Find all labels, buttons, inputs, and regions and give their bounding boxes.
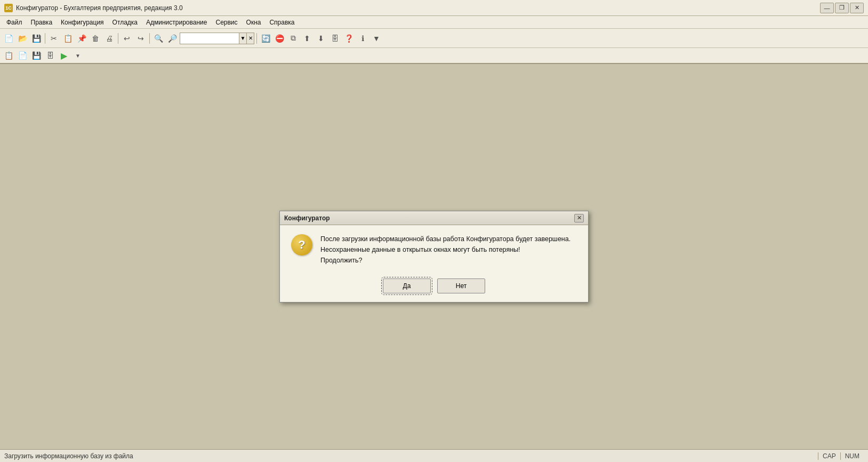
print-button[interactable]: 🖨	[103, 32, 116, 45]
help-btn[interactable]: ❓	[342, 32, 355, 45]
search-clear-button[interactable]: ✕	[246, 33, 254, 44]
tb2-play-btn[interactable]: ▶	[58, 49, 70, 62]
menu-service[interactable]: Сервис	[211, 18, 242, 27]
dialog: Конфигуратор ✕ ? После загрузки информац…	[279, 211, 589, 302]
no-button[interactable]: Нет	[437, 278, 485, 293]
window-controls: — ❐ ✕	[820, 3, 864, 13]
yes-button[interactable]: Да	[383, 278, 431, 293]
redo-button[interactable]: ↪	[134, 32, 147, 45]
undo-button[interactable]: ↩	[120, 32, 133, 45]
num-indicator: NUM	[840, 452, 864, 460]
dialog-message-line2: Несохраненные данные в открытых окнах мо…	[320, 244, 570, 255]
dialog-buttons: Да Нет	[280, 274, 588, 302]
menu-edit[interactable]: Правка	[27, 18, 57, 27]
cap-indicator: CAP	[818, 452, 840, 460]
info-button[interactable]: ℹ	[356, 32, 369, 45]
separator2	[118, 33, 118, 44]
separator3	[149, 33, 150, 44]
compare-button[interactable]: ⧉	[287, 32, 300, 45]
dialog-message-line3: Продолжить?	[320, 255, 570, 266]
status-bar: Загрузить информационную базу из файла C…	[0, 449, 868, 462]
upload-button[interactable]: ⬆	[301, 32, 314, 45]
dialog-close-button[interactable]: ✕	[574, 214, 584, 222]
tb2-btn1[interactable]: 📋	[2, 49, 15, 62]
download-button[interactable]: ⬇	[315, 32, 327, 45]
tb2-btn2[interactable]: 📄	[16, 49, 29, 62]
close-button[interactable]: ✕	[850, 3, 864, 13]
menu-debug[interactable]: Отладка	[108, 18, 142, 27]
dialog-message-line1: После загрузки информационной базы работ…	[320, 234, 570, 244]
paste-button[interactable]: 📌	[75, 32, 88, 45]
menu-windows[interactable]: Окна	[242, 18, 266, 27]
refresh-button[interactable]: 🔄	[259, 32, 272, 45]
open-button[interactable]: 📂	[16, 32, 29, 45]
new-button[interactable]: 📄	[2, 32, 15, 45]
minimize-button[interactable]: —	[820, 3, 834, 13]
dialog-body: ? После загрузки информационной базы раб…	[280, 225, 588, 274]
db-button[interactable]: 🗄	[328, 32, 341, 45]
main-area: Конфигуратор ✕ ? После загрузки информац…	[0, 64, 868, 449]
copy-button[interactable]: 📋	[61, 32, 74, 45]
separator1	[45, 33, 45, 44]
find-next-button[interactable]: 🔎	[166, 32, 179, 45]
question-icon: ?	[291, 234, 312, 256]
more-button[interactable]: ▼	[370, 32, 383, 45]
search-input[interactable]	[180, 33, 239, 44]
dialog-overlay: Конфигуратор ✕ ? После загрузки информац…	[0, 64, 868, 449]
tb2-play-dropdown[interactable]: ▼	[71, 49, 84, 62]
dialog-title: Конфигуратор	[284, 214, 574, 222]
dialog-message: После загрузки информационной базы работ…	[320, 234, 570, 266]
menu-help[interactable]: Справка	[265, 18, 299, 27]
menu-bar: Файл Правка Конфигурация Отладка Админис…	[0, 16, 868, 29]
search-dropdown-button[interactable]: ▼	[239, 33, 246, 44]
menu-file[interactable]: Файл	[2, 18, 27, 27]
dialog-title-bar: Конфигуратор ✕	[280, 211, 588, 225]
cut-button[interactable]: ✂	[47, 32, 60, 45]
title-bar: 1С Конфигуратор - Бухгалтерия предприяти…	[0, 0, 868, 16]
menu-configuration[interactable]: Конфигурация	[57, 18, 108, 27]
app-icon: 1С	[4, 4, 13, 12]
tb2-btn4[interactable]: 🗄	[44, 49, 57, 62]
toolbar-row2: 📋 📄 💾 🗄 ▶ ▼	[0, 48, 868, 64]
separator4	[256, 33, 257, 44]
status-indicators: CAP NUM	[818, 452, 864, 460]
toolbar-row1: 📄 📂 💾 ✂ 📋 📌 🗑 🖨 ↩ ↪ 🔍 🔎 ▼ ✕ 🔄 ⛔ ⧉ ⬆ ⬇ 🗄 …	[0, 29, 868, 48]
status-text: Загрузить информационную базу из файла	[4, 452, 818, 460]
stop-button[interactable]: ⛔	[273, 32, 286, 45]
menu-administration[interactable]: Администрирование	[142, 18, 211, 27]
delete-button[interactable]: 🗑	[89, 32, 102, 45]
save-button[interactable]: 💾	[30, 32, 43, 45]
find-button[interactable]: 🔍	[152, 32, 165, 45]
window-title: Конфигуратор - Бухгалтерия предприятия, …	[16, 4, 820, 12]
dialog-icon: ?	[291, 234, 313, 256]
search-box[interactable]: ▼ ✕	[180, 33, 254, 44]
tb2-btn3[interactable]: 💾	[30, 49, 43, 62]
restore-button[interactable]: ❐	[835, 3, 849, 13]
